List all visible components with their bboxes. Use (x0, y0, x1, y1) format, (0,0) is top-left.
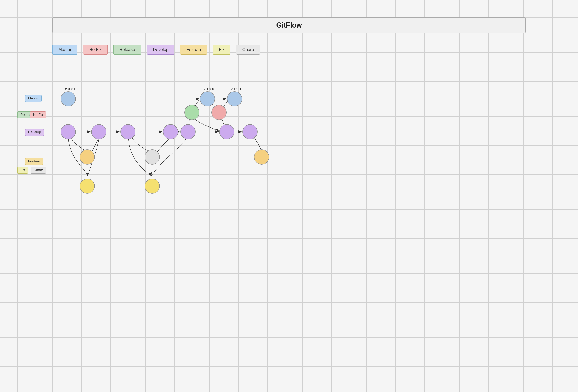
edge-rel1-d6 (195, 119, 219, 132)
node-fix-1 (80, 179, 95, 194)
node-master-3 (227, 92, 242, 106)
node-develop-3 (121, 124, 135, 139)
version-label-1: v 0.0.1 (65, 87, 76, 91)
node-master-1 (61, 92, 76, 106)
node-fix-2 (145, 179, 159, 194)
node-develop-2 (92, 124, 106, 139)
node-develop-6 (219, 124, 234, 139)
node-develop-4 (163, 124, 178, 139)
node-develop-5 (181, 124, 195, 139)
node-develop-7 (243, 124, 257, 139)
node-feature-2 (254, 150, 269, 164)
node-hotfix-1 (212, 105, 226, 120)
version-label-3: v 1.0.1 (231, 87, 241, 91)
node-feature-1 (80, 150, 95, 164)
version-label-2: v 1.0.0 (203, 87, 214, 91)
node-master-2 (200, 92, 215, 106)
node-chore-1 (145, 150, 159, 164)
node-develop-1 (61, 124, 76, 139)
flow-diagram: v 0.0.1 v 1.0.0 v 1.0.1 (0, 0, 578, 392)
node-release-1 (185, 105, 199, 120)
